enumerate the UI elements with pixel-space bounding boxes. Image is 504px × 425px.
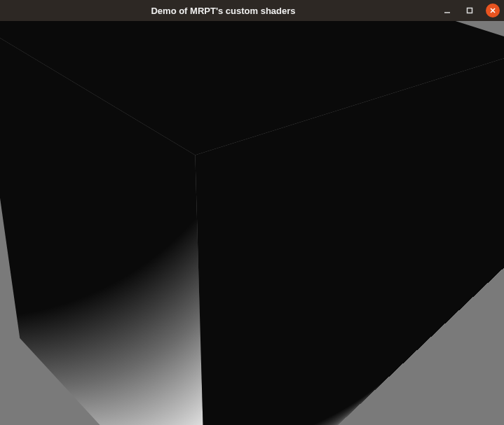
maximize-button[interactable] [463, 4, 476, 17]
window-controls [441, 4, 500, 18]
application-window: Demo of MRPT's custom shaders [0, 0, 504, 425]
opengl-viewport[interactable] [0, 21, 504, 425]
title-bar[interactable]: Demo of MRPT's custom shaders [0, 0, 504, 21]
close-button[interactable] [486, 4, 500, 18]
svg-rect-1 [468, 8, 472, 13]
maximize-icon [465, 6, 474, 15]
minimize-button[interactable] [441, 4, 454, 17]
render-canvas [0, 21, 504, 425]
minimize-icon [443, 6, 451, 15]
window-title: Demo of MRPT's custom shaders [6, 6, 441, 16]
close-icon [489, 7, 496, 14]
